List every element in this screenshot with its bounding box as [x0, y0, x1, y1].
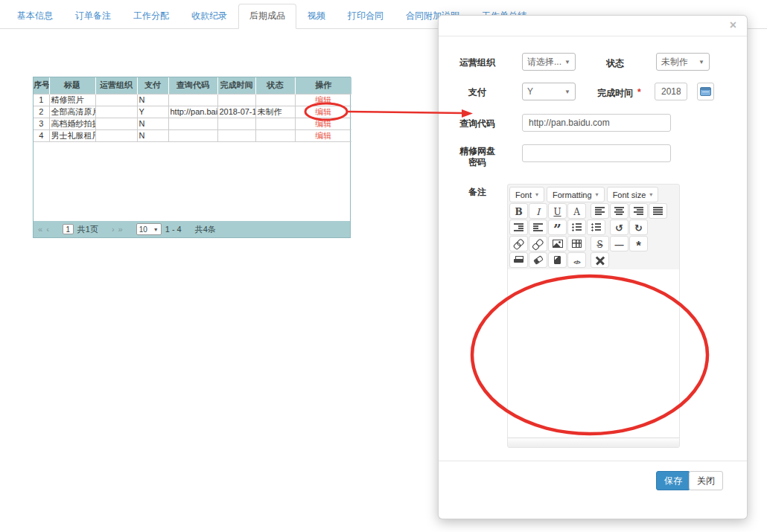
underline-button[interactable]	[548, 203, 567, 219]
font-color-icon	[573, 205, 580, 218]
font-size-dropdown-label: Font size	[613, 190, 646, 199]
column-header: 完成时间	[217, 77, 255, 94]
edit-link[interactable]: 编辑	[315, 95, 331, 104]
paste-button[interactable]	[548, 252, 567, 268]
prev-page-icon[interactable]: ‹	[46, 225, 49, 234]
font-dropdown-label: Font	[515, 190, 532, 199]
save-button[interactable]: 保存	[656, 471, 690, 490]
last-page-icon[interactable]: »	[118, 225, 123, 234]
align-center-icon	[614, 207, 624, 215]
status-select-value: 未制作	[661, 56, 688, 68]
horizontal-rule-button[interactable]	[610, 236, 628, 251]
tab-item[interactable]: 订单备注	[64, 4, 122, 29]
password-input[interactable]	[522, 144, 671, 162]
link-button[interactable]	[509, 236, 528, 251]
redo-button[interactable]	[629, 219, 648, 235]
blockquote-button[interactable]	[548, 219, 567, 235]
next-page-icon[interactable]: ›	[112, 225, 115, 234]
first-page-icon[interactable]: «	[38, 225, 42, 234]
image-icon	[553, 240, 563, 248]
formatting-dropdown[interactable]: Formatting▾	[547, 187, 605, 202]
table-cell: N	[137, 129, 168, 141]
pay-select[interactable]: Y ▼	[522, 83, 576, 100]
edit-link[interactable]: 编辑	[315, 119, 331, 128]
unordered-list-button[interactable]	[587, 219, 605, 235]
align-left-icon	[595, 207, 605, 215]
table-button[interactable]	[567, 236, 586, 251]
status-select[interactable]: 未制作 ▼	[656, 53, 710, 71]
caret-down-icon: ▾	[649, 191, 652, 198]
close-icon[interactable]: ×	[730, 19, 736, 31]
special-char-button[interactable]	[629, 236, 648, 251]
edit-link[interactable]: 编辑	[315, 107, 331, 116]
tab-item[interactable]: 视频	[296, 4, 337, 29]
close-button[interactable]: 关闭	[689, 471, 723, 490]
ordered-list-button[interactable]	[567, 219, 586, 235]
tab-item[interactable]: 后期成品	[238, 4, 296, 29]
finish-time-input[interactable]	[655, 83, 687, 100]
print-icon	[514, 256, 523, 264]
undo-button[interactable]	[610, 219, 628, 235]
org-label: 运营组织	[459, 57, 496, 68]
pay-select-value: Y	[527, 86, 533, 97]
blockquote-icon	[553, 221, 561, 234]
results-table-panel: 序号标题运营组织支付查询代码完成时间状态操作 1精修照片N编辑2全部高清原片赠Y…	[33, 77, 351, 238]
code-button[interactable]	[567, 252, 586, 268]
special-char-icon	[636, 237, 641, 251]
eraser-button[interactable]	[529, 252, 547, 268]
table-cell	[255, 129, 295, 141]
password-label: 精修网盘 密码	[459, 146, 496, 168]
page-number-input[interactable]	[63, 224, 74, 234]
font-dropdown[interactable]: Font▾	[509, 187, 544, 202]
editor-content[interactable]	[508, 269, 679, 438]
caret-down-icon: ▼	[564, 89, 570, 95]
caret-down-icon: ▾	[535, 191, 538, 198]
calendar-icon	[700, 87, 711, 96]
edit-link[interactable]: 编辑	[315, 131, 331, 140]
table-row: 2全部高清原片赠Yhttp://pan.baid2018-07-15未制作编辑	[34, 106, 351, 118]
fullscreen-button[interactable]	[591, 252, 609, 268]
tab-item[interactable]: 打印合同	[337, 4, 395, 29]
tab-item[interactable]: 收款纪录	[180, 4, 238, 29]
font-size-dropdown[interactable]: Font size▾	[607, 187, 659, 202]
tab-item[interactable]: 基本信息	[6, 4, 64, 29]
fullscreen-icon	[596, 256, 605, 265]
table-cell	[255, 94, 295, 106]
image-button[interactable]	[548, 236, 567, 251]
align-left-button[interactable]	[591, 203, 609, 219]
page-size-select[interactable]: 10 ▼	[136, 223, 162, 235]
align-right-button[interactable]	[629, 203, 648, 219]
align-justify-icon	[653, 207, 663, 215]
pay-label: 支付	[459, 87, 496, 98]
table-cell	[168, 118, 217, 129]
align-justify-button[interactable]	[649, 203, 667, 219]
table-cell	[168, 129, 217, 141]
column-header: 查询代码	[168, 77, 217, 94]
table-icon	[572, 240, 582, 248]
font-color-button[interactable]	[567, 203, 586, 219]
dialog-header: ×	[439, 16, 747, 36]
query-code-input[interactable]	[522, 114, 671, 132]
italic-button[interactable]	[529, 203, 547, 219]
bold-button[interactable]	[509, 203, 528, 219]
table-row: 4男士礼服租用N编辑	[34, 129, 351, 141]
column-header: 序号	[34, 77, 49, 94]
table-cell: 精修照片	[49, 94, 95, 106]
table-cell: 3	[34, 118, 49, 129]
editor-toolbar: Font▾Formatting▾Font size▾	[508, 185, 679, 269]
table-cell: 4	[34, 129, 49, 141]
strikethrough-button[interactable]	[591, 236, 609, 251]
table-cell	[95, 129, 137, 141]
print-button[interactable]	[509, 252, 528, 268]
table-cell: 1	[34, 94, 49, 106]
outdent-icon	[533, 223, 543, 231]
outdent-button[interactable]	[529, 219, 547, 235]
tab-item[interactable]: 工作分配	[122, 4, 180, 29]
org-select[interactable]: 请选择... ▼	[522, 53, 576, 71]
table-cell: 高档婚纱拍摄使	[49, 118, 95, 129]
indent-button[interactable]	[509, 219, 528, 235]
unlink-button[interactable]	[529, 236, 547, 251]
calendar-button[interactable]	[697, 83, 714, 100]
align-center-button[interactable]	[610, 203, 628, 219]
italic-icon	[536, 205, 540, 218]
